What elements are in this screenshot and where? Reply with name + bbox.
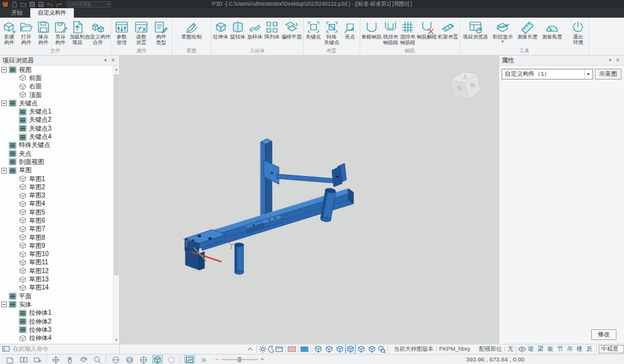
background-icon[interactable] [275,345,283,353]
tree-item[interactable]: 草图2 [0,183,113,191]
tree-item[interactable]: 关键点1 [0,107,113,115]
scroll-down-icon[interactable]: ▼ [114,336,119,344]
view-cube-icon-6[interactable] [367,344,377,354]
ribbon-button-offset-plane[interactable]: 偏移平面 [281,18,302,41]
model-viewport[interactable]: 上 东 前 [120,56,498,344]
pan-icon[interactable] [64,355,75,363]
modify-button[interactable]: 修改 [591,329,616,340]
view-cube-icon-5[interactable] [356,344,367,354]
view-cube-faces[interactable]: 上 东 前 [449,69,482,102]
tab-home[interactable]: 开始 [4,8,30,18]
ribbon-button-extrude[interactable]: 拉伸体 [212,18,229,41]
ribbon-button-new-component[interactable]: 新建构件 [1,18,18,46]
zoom-out-icon[interactable]: − [215,356,219,363]
redo-icon[interactable] [56,1,62,8]
tree-item[interactable]: 关键点 [0,99,113,107]
ribbon-button-measure-length[interactable]: 测量长度 [515,18,539,41]
ribbon-button-load-project[interactable]: 加载到项目 [69,18,86,46]
tree-item[interactable]: 关键点2 [0,116,113,124]
expander-icon[interactable] [1,168,7,173]
zoom-window-icon[interactable] [92,355,103,363]
tree-item[interactable]: 右面 [0,83,113,91]
collapse-panel-icon[interactable] [198,355,209,363]
ribbon-button-single-rebar[interactable]: 单根钢筋 [361,18,382,41]
ribbon-button-truss-layout[interactable]: 桁架布置 [437,18,459,41]
component-toggle-5[interactable]: 楼 [575,345,585,353]
eye-icon[interactable] [518,345,526,353]
highlight-color-swatch[interactable] [288,346,296,352]
chevron-down-icon[interactable]: ▼ [501,40,505,44]
tree-item[interactable]: 拉伸体4 [0,334,113,343]
new-file-icon[interactable] [11,1,18,8]
ribbon-button-section-display[interactable]: 剖切显示▼ [491,18,515,44]
view-sphere-top-icon[interactable] [138,355,149,363]
zoom-slider-track[interactable] [221,359,258,360]
ribbon-button-grip[interactable]: 夹点 [341,18,359,41]
tree-scrollbar[interactable]: ▲ ▼ [113,66,119,344]
ribbon-button-line-rebar-group[interactable]: 线排布钢筋组 [382,18,399,46]
ribbon-button-special-keypoint[interactable]: 特殊关键点 [322,18,341,46]
ribbon-button-open-component[interactable]: 打开构件 [18,18,35,46]
ribbon-button-sketch-draw[interactable]: 草图绘制 [180,18,204,41]
zoom-in-icon[interactable]: + [261,356,264,363]
selection-color-swatch[interactable] [300,346,309,352]
tree-item[interactable]: 草图4 [0,200,113,208]
new-viewport-icon[interactable] [32,355,43,363]
tree-item[interactable]: 草图6 [0,216,113,225]
shaded-mode-icon[interactable] [152,355,163,363]
tree-item[interactable]: 平面 [0,292,113,300]
tree-item[interactable]: 草图7 [0,225,113,233]
ribbon-button-param-manage[interactable]: 参数管理 [112,18,131,46]
panel-close-icon[interactable]: ✕ [614,57,621,63]
ribbon-button-exit-env[interactable]: 退出环境 [568,18,587,46]
ribbon-button-component-type[interactable]: 构件类型 [151,18,170,46]
ribbon-button-merge-component[interactable]: 自定义构件合并 [86,18,110,46]
panel-close-icon[interactable]: ✕ [109,57,117,63]
view-cube-icon-3[interactable] [334,344,345,354]
tree-item[interactable]: 草图9 [0,242,113,250]
scrollbar-thumb[interactable] [114,74,119,275]
tree-item[interactable]: 特殊关键点 [0,141,113,150]
ribbon-button-func-setting[interactable]: 函数设置 [132,18,151,46]
save-as-file-icon[interactable] [38,1,44,8]
tree-item[interactable]: 草图 [0,167,113,175]
view-cube[interactable]: 上 东 前 [445,67,486,106]
component-selector[interactable]: 自定义构件（1） ▼ [502,69,593,79]
tree-item[interactable]: 剖面视图 [0,158,113,166]
component-toggle-3[interactable]: 节 [555,345,565,353]
ribbon-button-save-component[interactable]: 保存构件 [35,18,52,46]
component-toggle-2[interactable]: 板 [546,345,556,353]
model-canvas[interactable] [120,56,498,344]
viewport-layout-icon[interactable] [18,355,29,363]
tree-item[interactable]: 草图12 [0,267,113,275]
component-toggle-4[interactable]: 吊 [565,345,575,353]
expander-icon[interactable] [1,302,7,307]
tree-item[interactable]: 草图11 [0,259,113,267]
tree-item[interactable]: 视图 [0,66,113,74]
ribbon-button-measure-angle[interactable]: 测量角度 [540,18,564,41]
night-mode-icon[interactable] [267,345,275,353]
view-cube-icon-2[interactable] [324,344,334,354]
tree-item[interactable]: 关键点3 [0,124,113,132]
view-cube-icon-4[interactable] [345,344,356,354]
component-toggle-0[interactable]: 墙 [526,345,536,353]
zoom-slider[interactable]: − + [215,356,264,363]
orbit-icon[interactable] [78,355,89,363]
tree-item[interactable]: 顶面 [0,91,113,99]
view-sphere-iso-icon[interactable] [124,355,135,363]
ghost-mode-icon[interactable] [166,355,177,363]
ribbon-button-array[interactable]: 阵列体 [264,18,281,41]
tree-item[interactable]: 草图5 [0,208,113,216]
ribbon-button-keypoint[interactable]: 关键点 [304,18,322,41]
ribbon-button-rebar-ungroup[interactable]: 钢筋解组 [416,18,438,41]
tree-item[interactable]: 草图1 [0,175,113,183]
tree-item[interactable]: 关键点4 [0,132,113,141]
tree-item[interactable]: 草图8 [0,233,113,242]
component-toggle-6[interactable]: 反 [585,345,595,353]
tree-item[interactable]: 夹点 [0,150,113,158]
precision-combobox[interactable]: 中精度 [599,345,624,353]
tree-item[interactable]: 拉伸体2 [0,317,113,326]
schematic-button[interactable]: 示意图 [595,69,622,79]
expander-icon[interactable] [1,100,7,106]
fit-view-icon[interactable] [50,355,61,363]
